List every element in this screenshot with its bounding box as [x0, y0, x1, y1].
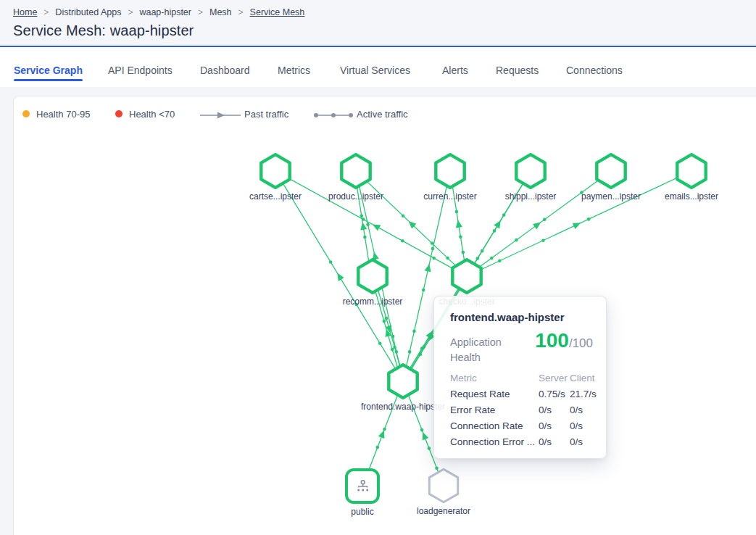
svg-text:emails...ipster: emails...ipster [665, 191, 718, 202]
svg-text:produc...ipster: produc...ipster [328, 191, 383, 202]
svg-text:cartse...ipster: cartse...ipster [249, 191, 302, 202]
svg-text:paymen...ipster: paymen...ipster [581, 191, 641, 202]
svg-text:curren...ipster: curren...ipster [423, 191, 476, 202]
svg-text:shippi...ipster: shippi...ipster [505, 191, 557, 202]
svg-text:public: public [351, 507, 373, 517]
svg-text:recomm...ipster: recomm...ipster [343, 296, 403, 307]
svg-text:frontend.waap-hipster: frontend.waap-hipster [361, 402, 445, 412]
svg-text:loadgenerator: loadgenerator [417, 506, 470, 516]
